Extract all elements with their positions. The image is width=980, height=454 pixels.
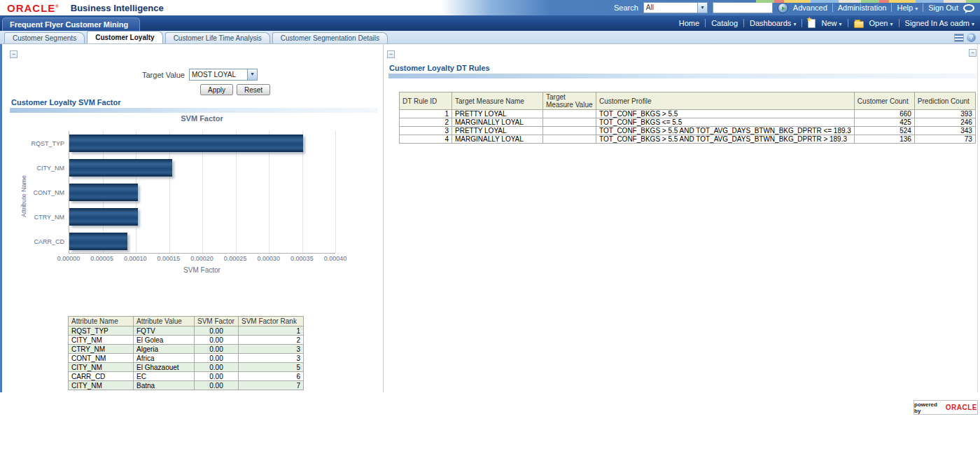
chart-x-ticks: 0.000000.000050.000100.000150.000200.000…	[69, 254, 335, 262]
table-row[interactable]: CITY_NMEl Golea0.002	[69, 336, 304, 345]
table-cell: 0.00	[195, 326, 239, 336]
column-header[interactable]: Prediction Count	[914, 92, 975, 110]
catalog-link[interactable]: Catalog	[711, 19, 738, 27]
table-row[interactable]: CARR_CDEC0.006	[69, 372, 304, 381]
apply-button[interactable]: Apply	[200, 84, 233, 95]
bar-CITY_NM[interactable]	[69, 159, 172, 177]
powered-by-badge: powered by ORACLE	[913, 400, 978, 415]
table-cell: CARR_CD	[69, 372, 134, 381]
table-cell: Batna	[134, 381, 195, 390]
column-header[interactable]: Target Measure Name	[452, 92, 543, 110]
target-value-label: Target Value	[142, 71, 185, 79]
table-cell: 1	[400, 110, 452, 118]
signed-in-menu[interactable]: Signed In As oadm ▾	[905, 19, 974, 27]
tab-customer-loyalty[interactable]: Customer Loyalty	[87, 31, 162, 43]
gridline	[335, 131, 336, 253]
bar-RQST_TYP[interactable]	[69, 135, 303, 152]
table-row[interactable]: 2MARGINALLY LOYALTOT_CONF_BKGS <= 5.5425…	[400, 118, 976, 127]
table-cell: 6	[239, 372, 304, 381]
bar-CTRY_NM[interactable]	[69, 208, 138, 226]
table-cell: Africa	[134, 354, 195, 363]
divider	[923, 4, 923, 12]
table-cell: 393	[914, 110, 975, 118]
chevron-down-icon[interactable]: ▼	[247, 69, 257, 80]
chevron-down-icon[interactable]: ▼	[697, 3, 707, 13]
x-tick-label: 0.00020	[190, 255, 214, 262]
open-folder-icon	[854, 21, 864, 28]
signed-in-user: oadm	[950, 19, 969, 27]
powered-by-label: powered by	[914, 401, 943, 414]
dashboard-page-tab[interactable]: Frequent Flyer Customer Mining	[2, 18, 140, 31]
table-row[interactable]: RQST_TYPFQTV0.001	[69, 326, 304, 336]
divider	[899, 19, 899, 27]
table-row[interactable]: 1PRETTY LOYALTOT_CONF_BKGS > 5.5660393	[400, 110, 976, 118]
tab-customer-segmentation-details[interactable]: Customer Segmentation Details	[272, 32, 388, 43]
chart-title: SVM Factor	[69, 114, 335, 123]
tab-customer-life-time-analysis[interactable]: Customer Life Time Analysis	[165, 32, 270, 43]
table-cell: 425	[854, 118, 914, 127]
sign-out-link[interactable]: Sign Out	[928, 4, 958, 12]
table-cell: 0.00	[195, 336, 239, 345]
chart-x-axis-label: SVM Factor	[69, 266, 335, 274]
new-menu[interactable]: New ▾	[821, 19, 841, 27]
table-cell	[543, 135, 596, 144]
table-row[interactable]: CITY_NMBatna0.007	[69, 381, 304, 390]
table-cell: 660	[854, 110, 914, 118]
bar-CONT_NM[interactable]	[69, 184, 138, 201]
search-input[interactable]	[713, 2, 773, 13]
chart-plot-area	[69, 131, 335, 254]
column-header[interactable]: DT Rule ID	[400, 92, 452, 110]
category-label: CARR_CD	[29, 229, 69, 254]
collapse-far-right-icon[interactable]: −	[969, 49, 976, 57]
chevron-down-icon: ▾	[972, 21, 974, 27]
administration-link[interactable]: Administration	[838, 4, 887, 12]
open-menu[interactable]: Open ▾	[869, 19, 893, 27]
column-header[interactable]: SVM Factor	[195, 317, 239, 326]
home-link[interactable]: Home	[679, 19, 699, 27]
column-header[interactable]: SVM Factor Rank	[239, 317, 304, 326]
search-go-icon[interactable]	[778, 3, 788, 13]
table-cell: CITY_NM	[69, 363, 134, 372]
table-row[interactable]: CONT_NMAfrica0.003	[69, 354, 304, 363]
table-row[interactable]: CTRY_NMAlgeria0.003	[69, 345, 304, 354]
column-header[interactable]: Customer Count	[854, 92, 914, 110]
table-cell	[543, 118, 596, 127]
collapse-left-column-icon[interactable]: −	[10, 50, 18, 58]
table-cell: RQST_TYP	[69, 326, 134, 336]
divider	[891, 4, 892, 12]
advanced-link[interactable]: Advanced	[793, 4, 827, 12]
bar-CARR_CD[interactable]	[69, 233, 127, 250]
left-edge-strip	[0, 44, 2, 392]
table-cell: TOT_CONF_BKGS > 5.5 AND TOT_AVG_DAYS_BTW…	[596, 135, 855, 144]
table-row[interactable]: 4MARGINALLY LOYALTOT_CONF_BKGS > 5.5 AND…	[400, 135, 976, 144]
table-cell: CITY_NM	[69, 381, 134, 390]
column-header[interactable]: Attribute Name	[69, 317, 134, 326]
reset-button[interactable]: Reset	[237, 84, 270, 95]
dashboard-content: − − − Target Value MOST LOYAL ▼ Apply Re…	[0, 44, 980, 454]
search-scope-select[interactable]: All ▼	[643, 2, 708, 13]
chat-bubble-icon[interactable]	[963, 4, 974, 12]
help-menu[interactable]: Help ▾	[897, 4, 918, 12]
tab-customer-segments[interactable]: Customer Segments	[4, 32, 85, 43]
table-row[interactable]: 3PRETTY LOYALTOT_CONF_BKGS > 5.5 AND TOT…	[400, 127, 976, 135]
table-cell: 524	[854, 127, 914, 135]
column-header[interactable]: Attribute Value	[134, 317, 195, 326]
help-icon[interactable]: ?	[967, 33, 976, 42]
x-tick-label: 0.00015	[158, 255, 181, 262]
chevron-down-icon: ▾	[793, 21, 796, 27]
column-header[interactable]: Customer Profile	[596, 92, 855, 110]
target-value-select[interactable]: MOST LOYAL ▼	[189, 69, 258, 81]
table-row[interactable]: CITY_NMEl Ghazaouet0.005	[69, 363, 304, 372]
divider	[802, 19, 802, 27]
page-options-icon[interactable]	[954, 34, 964, 42]
table-cell: 0.00	[195, 372, 239, 381]
divider	[832, 4, 833, 12]
table-cell: CTRY_NM	[69, 345, 134, 354]
divider	[743, 19, 744, 27]
dashboards-menu[interactable]: Dashboards ▾	[750, 19, 796, 27]
oracle-footer-logo: ORACLE	[946, 404, 977, 411]
column-header[interactable]: Target Measure Value	[543, 92, 596, 110]
table-cell: 343	[914, 127, 975, 135]
collapse-right-column-icon[interactable]: −	[387, 50, 395, 58]
table-cell: 0.00	[195, 381, 239, 390]
